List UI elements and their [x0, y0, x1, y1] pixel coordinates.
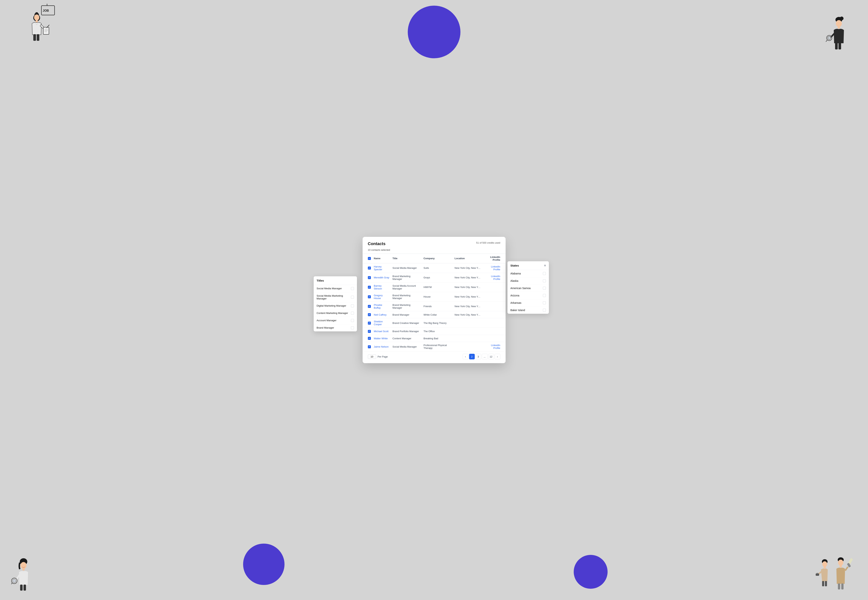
- state-checkbox[interactable]: [543, 279, 546, 282]
- linkedin-profile-link[interactable]: LinkedIn Profile: [491, 265, 500, 271]
- state-item[interactable]: Arkansas: [508, 299, 549, 307]
- contact-name-link[interactable]: Sheldon Cooper: [374, 320, 383, 326]
- state-item[interactable]: Alaska: [508, 277, 549, 285]
- pagination-row: 10 Per Page ‹23...12›: [363, 352, 506, 360]
- contact-name-link[interactable]: Phoebe Buffay: [374, 304, 382, 309]
- state-item[interactable]: Alabama: [508, 270, 549, 277]
- row-checkbox[interactable]: [368, 330, 371, 333]
- row-title: Social Media Manager: [391, 263, 422, 273]
- select-all-header[interactable]: [363, 253, 372, 263]
- titles-list: Social Media ManagerSocial Media Marketi…: [314, 285, 357, 332]
- row-checkbox-cell: [363, 328, 372, 335]
- contact-name-link[interactable]: Walter White: [374, 337, 388, 340]
- contacts-card: Contacts 51 of 500 credits used 10 conta…: [363, 237, 506, 363]
- states-list: AlabamaAlaskaAmerican SamoaArizonaArkans…: [508, 270, 549, 314]
- col-title: Title: [391, 253, 422, 263]
- title-item[interactable]: Social Media Manager: [314, 285, 357, 292]
- table-row: Walter WhiteContent ManagerBreaking Bad: [363, 335, 506, 342]
- row-checkbox[interactable]: [368, 305, 371, 308]
- title-item[interactable]: Brand Manager: [314, 324, 357, 332]
- contact-name-link[interactable]: Harvey Specter: [374, 265, 382, 271]
- title-item[interactable]: Digital Marketing Manager: [314, 302, 357, 310]
- pagination-controls: ‹23...12›: [463, 354, 500, 359]
- row-checkbox[interactable]: [368, 267, 371, 270]
- table-body: Harvey SpecterSocial Media ManagerSuitsN…: [363, 263, 506, 352]
- title-checkbox[interactable]: [351, 305, 354, 308]
- title-name: Content Marketing Manager: [317, 312, 348, 314]
- row-location: New York City, New York, United States: [453, 263, 482, 273]
- contact-name-link[interactable]: Gregory House: [374, 294, 383, 300]
- state-checkbox[interactable]: [543, 294, 546, 297]
- table-row: Gregory HouseBrand Marketing ManagerHous…: [363, 292, 506, 302]
- row-name: Michael Scott: [372, 328, 391, 335]
- state-item[interactable]: American Samoa: [508, 285, 549, 292]
- row-title: Social Media Account Manager: [391, 282, 422, 292]
- row-name: Neil Caffrey: [372, 311, 391, 318]
- row-location: New York City, New York, Uni...: [453, 282, 482, 292]
- row-linkedin: [482, 292, 506, 302]
- title-checkbox[interactable]: [351, 295, 354, 298]
- title-checkbox[interactable]: [351, 319, 354, 322]
- row-company: Breaking Bad: [422, 335, 453, 342]
- row-location: [453, 328, 482, 335]
- contact-name-link[interactable]: Meredith Gray: [374, 276, 389, 279]
- row-company: HIMYM: [422, 282, 453, 292]
- title-item[interactable]: Social Media Marketing Manager: [314, 292, 357, 302]
- state-name: Arizona: [511, 294, 519, 297]
- state-item[interactable]: Baker Island: [508, 307, 549, 314]
- pagination-page-2[interactable]: 2: [469, 354, 475, 359]
- contact-name-link[interactable]: Michael Scott: [374, 330, 389, 333]
- state-checkbox[interactable]: [543, 309, 546, 312]
- row-linkedin: [482, 311, 506, 318]
- pagination-next[interactable]: ›: [495, 354, 500, 359]
- pagination-page-12[interactable]: 12: [488, 354, 494, 359]
- row-checkbox-cell: [363, 311, 372, 318]
- title-item[interactable]: Account Manager: [314, 317, 357, 324]
- col-name: Name: [372, 253, 391, 263]
- row-checkbox[interactable]: [368, 313, 371, 316]
- row-name: Walter White: [372, 335, 391, 342]
- row-linkedin: [482, 318, 506, 328]
- state-checkbox[interactable]: [543, 286, 546, 289]
- state-checkbox[interactable]: [543, 302, 546, 305]
- state-item[interactable]: Arizona: [508, 292, 549, 299]
- per-page-value[interactable]: 10: [368, 355, 376, 359]
- state-checkbox[interactable]: [543, 272, 546, 275]
- select-all-checkbox[interactable]: [368, 257, 371, 260]
- per-page-label: Per Page: [378, 355, 388, 358]
- row-checkbox[interactable]: [368, 286, 371, 289]
- pagination-page-3[interactable]: 3: [476, 354, 481, 359]
- row-checkbox[interactable]: [368, 337, 371, 340]
- row-checkbox[interactable]: [368, 345, 371, 348]
- table-row: Phoebe BuffayBrand Marketing ManagerFrie…: [363, 302, 506, 311]
- row-location: [453, 335, 482, 342]
- row-company: House: [422, 292, 453, 302]
- row-linkedin: LinkedIn Profile: [482, 263, 506, 273]
- title-checkbox[interactable]: [351, 312, 354, 315]
- contact-name-link[interactable]: Neil Caffrey: [374, 314, 387, 316]
- row-checkbox-cell: [363, 302, 372, 311]
- linkedin-profile-link[interactable]: LinkedIn Profile: [491, 344, 500, 350]
- linkedin-profile-link[interactable]: LinkedIn Profile: [491, 275, 500, 280]
- row-name: Gregory House: [372, 292, 391, 302]
- row-location: [453, 342, 482, 352]
- states-dropdown-header[interactable]: States ∨: [508, 261, 549, 270]
- pagination-prev[interactable]: ‹: [463, 354, 468, 359]
- row-checkbox-cell: [363, 342, 372, 352]
- row-checkbox[interactable]: [368, 276, 371, 279]
- col-linkedin: LinkedIn Profile: [482, 253, 506, 263]
- row-title: Social Media Manager: [391, 342, 422, 352]
- contact-name-link[interactable]: Barney Stinson: [374, 284, 382, 290]
- row-location: New York City, New York, Uni...: [453, 292, 482, 302]
- row-checkbox-cell: [363, 282, 372, 292]
- card-header: Contacts 51 of 500 credits used: [363, 241, 506, 248]
- contact-name-link[interactable]: Jaime Nelson: [374, 345, 389, 348]
- state-name: Baker Island: [511, 309, 525, 312]
- title-item[interactable]: Content Marketing Manager: [314, 310, 357, 317]
- title-checkbox[interactable]: [351, 287, 354, 290]
- row-name: Sheldon Cooper: [372, 318, 391, 328]
- table-header: Name Title Company Location LinkedIn Pro…: [363, 253, 506, 263]
- title-checkbox[interactable]: [351, 326, 354, 329]
- row-checkbox[interactable]: [368, 295, 371, 298]
- row-checkbox[interactable]: [368, 322, 371, 325]
